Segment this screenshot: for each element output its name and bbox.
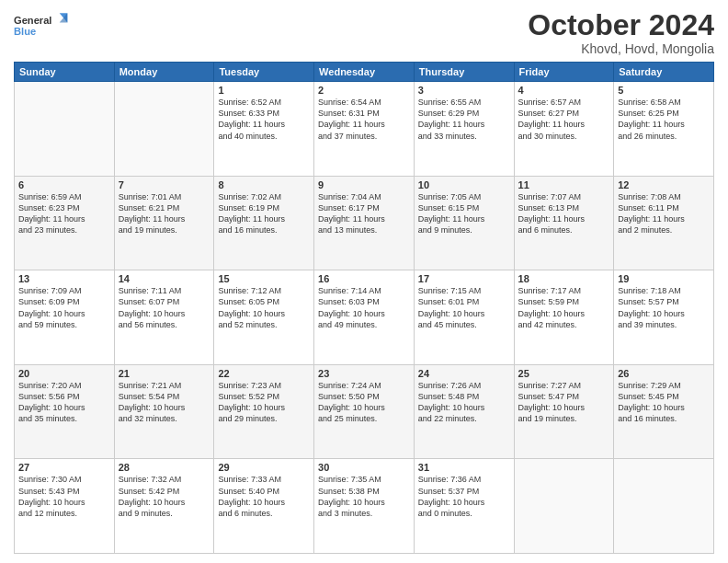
day-info: Sunrise: 7:04 AM Sunset: 6:17 PM Dayligh… <box>318 191 410 236</box>
day-cell-16: 16Sunrise: 7:14 AM Sunset: 6:03 PM Dayli… <box>314 270 415 365</box>
day-info: Sunrise: 7:29 AM Sunset: 5:45 PM Dayligh… <box>618 380 710 425</box>
day-info: Sunrise: 7:21 AM Sunset: 5:54 PM Dayligh… <box>119 380 210 425</box>
day-info: Sunrise: 7:36 AM Sunset: 5:37 PM Dayligh… <box>418 474 510 519</box>
day-number: 3 <box>418 85 510 96</box>
day-number: 20 <box>18 368 110 379</box>
day-cell-1: 1Sunrise: 6:52 AM Sunset: 6:33 PM Daylig… <box>214 82 314 177</box>
day-info: Sunrise: 7:14 AM Sunset: 6:03 PM Dayligh… <box>318 285 410 330</box>
month-title: October 2024 <box>528 9 714 41</box>
day-info: Sunrise: 7:02 AM Sunset: 6:19 PM Dayligh… <box>218 191 310 236</box>
week-row-5: 27Sunrise: 7:30 AM Sunset: 5:43 PM Dayli… <box>15 459 714 554</box>
day-cell-21: 21Sunrise: 7:21 AM Sunset: 5:54 PM Dayli… <box>114 364 214 459</box>
day-info: Sunrise: 7:18 AM Sunset: 5:57 PM Dayligh… <box>618 285 710 330</box>
day-info: Sunrise: 7:01 AM Sunset: 6:21 PM Dayligh… <box>119 191 210 236</box>
day-info: Sunrise: 7:09 AM Sunset: 6:09 PM Dayligh… <box>18 285 110 330</box>
day-info: Sunrise: 7:27 AM Sunset: 5:47 PM Dayligh… <box>518 380 610 425</box>
calendar: SundayMondayTuesdayWednesdayThursdayFrid… <box>14 62 714 554</box>
day-number: 30 <box>318 462 410 473</box>
day-number: 28 <box>119 462 210 473</box>
day-info: Sunrise: 6:52 AM Sunset: 6:33 PM Dayligh… <box>218 97 310 142</box>
day-number: 29 <box>218 462 310 473</box>
day-info: Sunrise: 7:15 AM Sunset: 6:01 PM Dayligh… <box>418 285 510 330</box>
day-number: 13 <box>18 273 110 284</box>
location: Khovd, Hovd, Mongolia <box>528 41 714 56</box>
day-cell-11: 11Sunrise: 7:07 AM Sunset: 6:13 PM Dayli… <box>514 176 614 270</box>
day-number: 5 <box>618 85 710 96</box>
day-number: 9 <box>318 179 410 190</box>
day-cell-19: 19Sunrise: 7:18 AM Sunset: 5:57 PM Dayli… <box>614 270 714 365</box>
day-info: Sunrise: 6:58 AM Sunset: 6:25 PM Dayligh… <box>618 97 710 142</box>
day-cell-14: 14Sunrise: 7:11 AM Sunset: 6:07 PM Dayli… <box>114 270 214 365</box>
day-info: Sunrise: 7:20 AM Sunset: 5:56 PM Dayligh… <box>18 380 110 425</box>
day-info: Sunrise: 7:08 AM Sunset: 6:11 PM Dayligh… <box>618 191 710 236</box>
week-row-4: 20Sunrise: 7:20 AM Sunset: 5:56 PM Dayli… <box>15 364 714 459</box>
day-cell-8: 8Sunrise: 7:02 AM Sunset: 6:19 PM Daylig… <box>214 176 314 270</box>
week-row-2: 6Sunrise: 6:59 AM Sunset: 6:23 PM Daylig… <box>15 176 714 270</box>
day-cell-4: 4Sunrise: 6:57 AM Sunset: 6:27 PM Daylig… <box>514 82 614 177</box>
empty-cell <box>15 82 115 177</box>
day-cell-6: 6Sunrise: 6:59 AM Sunset: 6:23 PM Daylig… <box>15 176 115 270</box>
day-cell-30: 30Sunrise: 7:35 AM Sunset: 5:38 PM Dayli… <box>314 459 415 554</box>
day-cell-18: 18Sunrise: 7:17 AM Sunset: 5:59 PM Dayli… <box>514 270 614 365</box>
svg-text:Blue: Blue <box>14 26 36 37</box>
day-number: 23 <box>318 368 410 379</box>
day-cell-24: 24Sunrise: 7:26 AM Sunset: 5:48 PM Dayli… <box>414 364 514 459</box>
day-info: Sunrise: 7:30 AM Sunset: 5:43 PM Dayligh… <box>18 474 110 519</box>
day-number: 21 <box>119 368 210 379</box>
day-cell-10: 10Sunrise: 7:05 AM Sunset: 6:15 PM Dayli… <box>414 176 514 270</box>
svg-text:General: General <box>14 15 51 26</box>
day-number: 18 <box>518 273 610 284</box>
day-cell-15: 15Sunrise: 7:12 AM Sunset: 6:05 PM Dayli… <box>214 270 314 365</box>
logo: General Blue <box>14 9 69 42</box>
day-number: 22 <box>218 368 310 379</box>
weekday-wednesday: Wednesday <box>314 63 415 82</box>
weekday-monday: Monday <box>114 63 214 82</box>
day-info: Sunrise: 7:33 AM Sunset: 5:40 PM Dayligh… <box>218 474 310 519</box>
day-info: Sunrise: 6:55 AM Sunset: 6:29 PM Dayligh… <box>418 97 510 142</box>
day-number: 12 <box>618 179 710 190</box>
day-number: 1 <box>218 85 310 96</box>
day-number: 27 <box>18 462 110 473</box>
day-cell-9: 9Sunrise: 7:04 AM Sunset: 6:17 PM Daylig… <box>314 176 415 270</box>
weekday-friday: Friday <box>514 63 614 82</box>
day-cell-22: 22Sunrise: 7:23 AM Sunset: 5:52 PM Dayli… <box>214 364 314 459</box>
day-number: 16 <box>318 273 410 284</box>
day-info: Sunrise: 6:57 AM Sunset: 6:27 PM Dayligh… <box>518 97 610 142</box>
day-info: Sunrise: 7:12 AM Sunset: 6:05 PM Dayligh… <box>218 285 310 330</box>
day-cell-7: 7Sunrise: 7:01 AM Sunset: 6:21 PM Daylig… <box>114 176 214 270</box>
day-info: Sunrise: 7:07 AM Sunset: 6:13 PM Dayligh… <box>518 191 610 236</box>
weekday-header-row: SundayMondayTuesdayWednesdayThursdayFrid… <box>15 63 714 82</box>
day-number: 15 <box>218 273 310 284</box>
day-cell-31: 31Sunrise: 7:36 AM Sunset: 5:37 PM Dayli… <box>414 459 514 554</box>
day-number: 2 <box>318 85 410 96</box>
weekday-saturday: Saturday <box>614 63 714 82</box>
logo-icon: General Blue <box>14 9 69 42</box>
week-row-1: 1Sunrise: 6:52 AM Sunset: 6:33 PM Daylig… <box>15 82 714 177</box>
day-info: Sunrise: 6:54 AM Sunset: 6:31 PM Dayligh… <box>318 97 410 142</box>
weekday-sunday: Sunday <box>15 63 115 82</box>
day-info: Sunrise: 7:24 AM Sunset: 5:50 PM Dayligh… <box>318 380 410 425</box>
week-row-3: 13Sunrise: 7:09 AM Sunset: 6:09 PM Dayli… <box>15 270 714 365</box>
title-block: October 2024 Khovd, Hovd, Mongolia <box>528 9 714 56</box>
day-number: 10 <box>418 179 510 190</box>
day-cell-17: 17Sunrise: 7:15 AM Sunset: 6:01 PM Dayli… <box>414 270 514 365</box>
day-number: 26 <box>618 368 710 379</box>
day-cell-13: 13Sunrise: 7:09 AM Sunset: 6:09 PM Dayli… <box>15 270 115 365</box>
day-number: 7 <box>119 179 210 190</box>
day-cell-25: 25Sunrise: 7:27 AM Sunset: 5:47 PM Dayli… <box>514 364 614 459</box>
day-cell-12: 12Sunrise: 7:08 AM Sunset: 6:11 PM Dayli… <box>614 176 714 270</box>
day-number: 11 <box>518 179 610 190</box>
day-number: 24 <box>418 368 510 379</box>
empty-cell <box>514 459 614 554</box>
weekday-thursday: Thursday <box>414 63 514 82</box>
empty-cell <box>614 459 714 554</box>
day-number: 8 <box>218 179 310 190</box>
day-number: 14 <box>119 273 210 284</box>
day-cell-2: 2Sunrise: 6:54 AM Sunset: 6:31 PM Daylig… <box>314 82 415 177</box>
day-number: 31 <box>418 462 510 473</box>
day-cell-20: 20Sunrise: 7:20 AM Sunset: 5:56 PM Dayli… <box>15 364 115 459</box>
day-number: 4 <box>518 85 610 96</box>
day-cell-29: 29Sunrise: 7:33 AM Sunset: 5:40 PM Dayli… <box>214 459 314 554</box>
day-number: 25 <box>518 368 610 379</box>
day-info: Sunrise: 7:17 AM Sunset: 5:59 PM Dayligh… <box>518 285 610 330</box>
